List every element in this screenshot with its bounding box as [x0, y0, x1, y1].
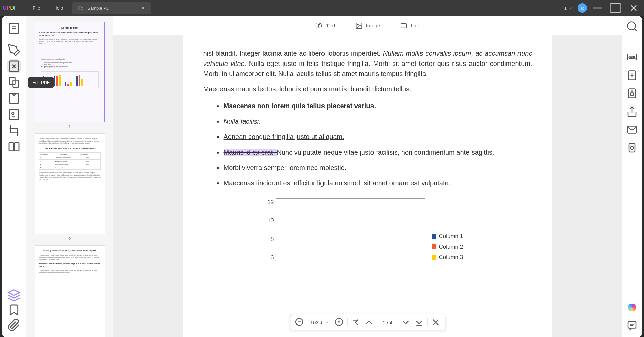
- menu-help[interactable]: Help: [47, 5, 70, 11]
- ai-button[interactable]: [626, 301, 638, 313]
- svg-rect-44: [629, 144, 635, 152]
- page-indicator[interactable]: 1 / 4: [377, 320, 398, 325]
- thumb-text: Lorem ipsum dolor sit amet consectetur a…: [39, 138, 101, 144]
- ai-icon: [628, 304, 636, 311]
- svg-rect-40: [629, 89, 636, 98]
- thumb-number: 1: [68, 124, 71, 129]
- bookmark-button[interactable]: [7, 303, 21, 317]
- zoom-out-button[interactable]: [294, 317, 305, 328]
- legend-label: Column 1: [439, 232, 463, 241]
- svg-rect-3: [611, 4, 620, 13]
- chart-y-axis: 121086: [264, 198, 274, 272]
- window-count[interactable]: 1: [562, 4, 575, 12]
- close-zoom-button[interactable]: [430, 317, 441, 328]
- svg-point-34: [628, 22, 636, 30]
- reader-tool[interactable]: [7, 22, 21, 35]
- svg-rect-10: [10, 77, 15, 85]
- thumb-text: Lorem ipsum dolor sit amet consectetur a…: [39, 269, 101, 274]
- tool-label: Text: [326, 23, 335, 28]
- edit-text-tool[interactable]: T Text: [315, 22, 335, 29]
- tool-label: Image: [366, 23, 380, 28]
- legend-swatch: [432, 255, 436, 260]
- thumbnail-page-2[interactable]: Lorem ipsum dolor sit amet consectetur a…: [35, 133, 105, 234]
- svg-point-22: [357, 24, 358, 25]
- new-tab-button[interactable]: +: [154, 3, 164, 13]
- thumb-text: Lorem ipsum dolor sit amet consectetur a…: [39, 254, 101, 261]
- bullet-item: Mauris id ex erat. Nunc vulputate neque …: [224, 147, 532, 157]
- zoom-value[interactable]: 103%: [308, 320, 331, 325]
- crop-tool[interactable]: [7, 124, 21, 137]
- svg-text:OCR: OCR: [629, 56, 636, 59]
- svg-rect-11: [13, 80, 19, 87]
- thumb-heading: Cras fringilla ipsum magna, in fringilla…: [39, 147, 101, 150]
- layers-button[interactable]: [7, 289, 21, 302]
- svg-rect-23: [401, 23, 407, 28]
- svg-line-35: [634, 29, 637, 31]
- thumb-subheading: Maecenas mauris lectus, lobortis et puru…: [39, 263, 101, 268]
- chart-legend: Column 1 Column 2 Column 3: [432, 198, 463, 286]
- user-avatar[interactable]: R: [578, 3, 587, 13]
- thumbnail-page-1[interactable]: Lorem ipsum Lorem ipsum dolor sit amet, …: [35, 22, 105, 122]
- tooltip-edit-pdf: Edit PDF: [28, 77, 54, 88]
- link-icon: [400, 22, 407, 29]
- thumb-subtitle: Lorem ipsum dolor sit amet, consectetur …: [39, 32, 100, 37]
- email-button[interactable]: [626, 124, 638, 136]
- legend-swatch: [432, 244, 436, 249]
- form-tool[interactable]: [7, 92, 21, 105]
- attachment-button[interactable]: [7, 318, 21, 332]
- prev-page-button[interactable]: [364, 317, 375, 328]
- search-button[interactable]: [626, 20, 638, 32]
- divider: [347, 318, 348, 326]
- bullet-item: Morbi viverra semper lorem nec molestie.: [224, 163, 532, 173]
- paragraph: nisl blandit. Integer lacinia ante ac li…: [203, 48, 532, 79]
- close-icon[interactable]: [140, 5, 146, 11]
- minimize-button[interactable]: [590, 3, 605, 13]
- share-button[interactable]: [626, 106, 638, 118]
- close-window-button[interactable]: [626, 3, 641, 13]
- svg-rect-46: [628, 322, 636, 328]
- svg-point-45: [631, 146, 634, 150]
- svg-rect-12: [10, 93, 19, 103]
- thumb-text: Lorem ipsum dolor sit amet consectetur a…: [39, 38, 100, 45]
- last-page-button[interactable]: [414, 317, 425, 328]
- svg-text:T: T: [318, 24, 320, 27]
- edit-link-tool[interactable]: Link: [400, 22, 420, 29]
- svg-rect-17: [15, 143, 19, 151]
- divider: [10, 39, 18, 39]
- ocr-button[interactable]: OCR: [626, 51, 638, 63]
- thumbnail-panel: Lorem ipsum Lorem ipsum dolor sit amet, …: [26, 16, 113, 337]
- protect-button[interactable]: [626, 87, 638, 99]
- zoom-in-button[interactable]: [334, 317, 345, 328]
- chart: 121086 Column 1 Column 2 Column 3: [264, 198, 532, 286]
- maximize-button[interactable]: [608, 3, 623, 13]
- print-button[interactable]: [626, 142, 638, 154]
- document-tab[interactable]: Sample PDF: [72, 2, 151, 14]
- next-page-button[interactable]: [400, 317, 411, 328]
- bullet-item: Aenean congue fringilla justo ut aliquam…: [224, 132, 532, 142]
- cloud-icon: [78, 5, 83, 11]
- thumb-text: Maecenas non lorem quis tellus placerat …: [39, 172, 101, 180]
- svg-marker-26: [326, 322, 328, 323]
- divider: [23, 5, 23, 11]
- app-logo: UPDF: [0, 5, 20, 11]
- organize-tool[interactable]: [7, 76, 21, 89]
- edit-image-tool[interactable]: Image: [355, 22, 380, 29]
- tool-label: Link: [411, 23, 420, 28]
- thumbnail-page-3[interactable]: Lorem ipsum dolor sit amet, consectetur …: [35, 245, 105, 337]
- pdf-page[interactable]: nisl blandit. Integer lacinia ante ac li…: [183, 35, 552, 337]
- legend-label: Column 3: [439, 253, 463, 262]
- legend-label: Column 2: [439, 243, 463, 251]
- legend-swatch: [432, 234, 436, 239]
- compare-tool[interactable]: [7, 140, 21, 154]
- first-page-button[interactable]: [350, 317, 361, 328]
- comment-panel-button[interactable]: [626, 320, 638, 332]
- bullet-item: Maecenas non lorem quis tellus placerat …: [224, 101, 532, 111]
- svg-rect-41: [631, 93, 634, 96]
- paragraph: Maecenas mauris lectus, lobortis et puru…: [203, 84, 532, 94]
- menu-file[interactable]: File: [26, 5, 47, 11]
- export-button[interactable]: [626, 69, 638, 81]
- redact-tool[interactable]: [7, 108, 21, 121]
- bullet-item: Nulla facilisi.: [224, 116, 532, 126]
- comment-tool[interactable]: [7, 43, 21, 57]
- edit-pdf-tool[interactable]: [7, 59, 21, 73]
